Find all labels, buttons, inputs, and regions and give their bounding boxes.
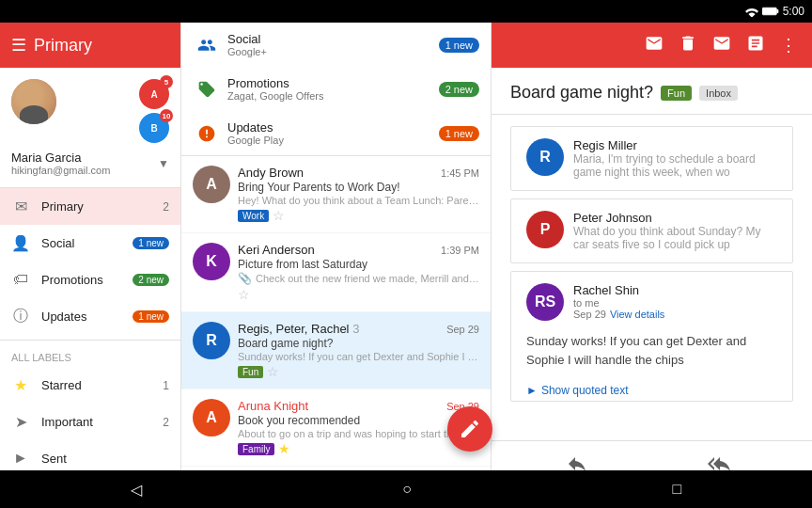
message-card-1: R Regis Miller Maria, I'm trying to sche…	[510, 126, 793, 191]
time-display: 5:00	[783, 5, 804, 18]
promotions-tab-icon	[195, 78, 218, 101]
sidebar-toolbar: ☰ Primary	[0, 23, 180, 68]
small-avatar-1[interactable]: A 5	[139, 79, 169, 109]
user-email: hikingfan@gmail.com	[11, 165, 110, 176]
message-body-3: Sunday works! If you can get Dexter and …	[511, 332, 792, 380]
hamburger-icon[interactable]: ☰	[11, 35, 26, 56]
people-icon: 👤	[11, 234, 30, 252]
user-info: Maria Garcia hikingfan@gmail.com ▼	[11, 151, 169, 176]
msg-avatar-1: R	[526, 138, 564, 176]
email-avatar-4: A	[193, 399, 230, 437]
sidebar-item-important[interactable]: ➤ Important 2	[0, 404, 180, 440]
sidebar: ☰ Primary A 5 B 10	[0, 23, 181, 508]
detail-header: Board game night? Fun Inbox	[492, 68, 812, 115]
category-tabs: Social Google+ 1 new Promotions Zagat, G…	[181, 23, 491, 156]
more-icon[interactable]: ⋮	[776, 31, 801, 59]
star-toggle-3[interactable]: ☆	[267, 364, 279, 379]
msg-date-3: Sep 29	[573, 309, 606, 320]
send-icon: ►	[11, 450, 30, 467]
msg-avatar-2: P	[526, 211, 564, 248]
sidebar-item-starred[interactable]: ★ Starred 1	[0, 367, 180, 404]
fun-tag: Fun	[238, 366, 263, 378]
email-item-1[interactable]: A Andy Brown 1:45 PM Bring Your Parents …	[181, 156, 491, 233]
detail-toolbar: ⋮	[492, 23, 812, 68]
msg-avatar-3: RS	[526, 283, 564, 321]
social-tab-icon	[195, 34, 218, 56]
account-dropdown-icon[interactable]: ▼	[158, 157, 169, 170]
msg-sender-info-2: Peter Johnson What do you think about Su…	[573, 211, 777, 251]
small-avatars: A 5 B 10	[139, 79, 169, 143]
show-quoted-btn[interactable]: ► Show quoted text	[511, 380, 792, 401]
social-tab-info: Social Google+	[227, 32, 429, 57]
detail-body: R Regis Miller Maria, I'm trying to sche…	[492, 115, 812, 440]
photo-icon[interactable]	[742, 30, 769, 61]
star-toggle-2[interactable]: ☆	[238, 287, 250, 302]
email-avatar-3: R	[193, 322, 230, 359]
detail-subject: Board game night?	[510, 83, 653, 103]
updates-tab-icon	[195, 122, 218, 145]
app-title: Primary	[34, 36, 169, 56]
updates-badge: 1 new	[439, 126, 479, 141]
message-card-3: RS Rachel Shin to me Sep 29 View details…	[510, 271, 793, 402]
sidebar-item-promotions[interactable]: 🏷 Promotions 2 new	[0, 262, 180, 297]
promotions-tab-info: Promotions Zagat, Google Offers	[227, 76, 429, 102]
inbox-label: Inbox	[699, 86, 738, 101]
home-button[interactable]: ○	[402, 481, 412, 498]
message-header-2[interactable]: P Peter Johnson What do you think about …	[511, 199, 792, 262]
recent-button[interactable]: □	[673, 481, 682, 498]
svg-rect-1	[762, 8, 775, 14]
bookmark-icon: ➤	[11, 413, 30, 431]
triangle-icon: ►	[526, 384, 538, 397]
svg-rect-2	[776, 9, 778, 13]
msg-sender-info-3: Rachel Shin to me Sep 29 View details	[573, 283, 777, 320]
all-labels-label: All labels	[0, 344, 180, 367]
view-details-link[interactable]: View details	[610, 309, 665, 320]
email-item-3[interactable]: R Regis, Peter, Rachel 3 Sep 29 Board ga…	[181, 312, 491, 389]
category-tab-updates[interactable]: Updates Google Play 1 new	[181, 111, 491, 155]
nav-section: ✉ Primary 2 👤 Social 1 new 🏷 Promotions …	[0, 188, 180, 508]
message-header-1[interactable]: R Regis Miller Maria, I'm trying to sche…	[511, 127, 792, 190]
compose-icon[interactable]	[641, 30, 667, 61]
email-list-panel: Social Google+ 1 new Promotions Zagat, G…	[181, 23, 492, 508]
attachment-icon-2: 📎	[238, 272, 252, 285]
compose-fab[interactable]	[447, 406, 492, 452]
email-avatar-1: A	[193, 166, 230, 203]
small-avatar-2[interactable]: B 10	[139, 113, 169, 143]
email-content-3: Regis, Peter, Rachel 3 Sep 29 Board game…	[238, 322, 479, 379]
category-tab-social[interactable]: Social Google+ 1 new	[181, 23, 491, 67]
star-toggle-4[interactable]: ★	[278, 441, 290, 456]
mail-icon[interactable]	[709, 30, 735, 61]
sidebar-item-social[interactable]: 👤 Social 1 new	[0, 225, 180, 262]
label-icon: 🏷	[11, 271, 30, 288]
detail-panel: ⋮ Board game night? Fun Inbox R Regis Mi…	[492, 23, 812, 508]
user-profile: A 5 B 10 Maria Garcia hikingfan@gmail.co…	[0, 68, 180, 188]
email-content-2: Keri Anderson 1:39 PM Picture from last …	[238, 243, 479, 302]
battery-icon	[762, 6, 779, 17]
bottom-nav: ◁ ○ □	[0, 470, 812, 508]
email-content-4: Aruna Knight Sep 29 Book you recommended…	[238, 399, 479, 456]
user-name: Maria Garcia	[11, 151, 110, 165]
message-card-2: P Peter Johnson What do you think about …	[510, 198, 793, 263]
trash-icon[interactable]	[675, 30, 701, 61]
status-bar: 5:00	[0, 0, 812, 23]
work-tag: Work	[238, 210, 269, 222]
star-toggle-1[interactable]: ☆	[273, 208, 285, 223]
main-avatar[interactable]	[11, 79, 56, 124]
sidebar-item-primary[interactable]: ✉ Primary 2	[0, 188, 180, 225]
promotions-badge: 2 new	[439, 82, 479, 97]
divider-1	[0, 340, 180, 341]
email-content-1: Andy Brown 1:45 PM Bring Your Parents to…	[238, 166, 479, 223]
email-item-4[interactable]: A Aruna Knight Sep 29 Book you recommend…	[181, 389, 491, 467]
info-icon: ⓘ	[11, 307, 30, 326]
message-header-3[interactable]: RS Rachel Shin to me Sep 29 View details	[511, 272, 792, 332]
sidebar-item-updates[interactable]: ⓘ Updates 1 new	[0, 297, 180, 336]
msg-to-3: to me	[573, 297, 777, 309]
back-button[interactable]: ◁	[131, 481, 142, 499]
fun-label: Fun	[661, 86, 692, 101]
category-tab-promotions[interactable]: Promotions Zagat, Google Offers 2 new	[181, 67, 491, 111]
star-icon: ★	[11, 376, 30, 394]
status-icons: 5:00	[745, 5, 804, 18]
updates-tab-info: Updates Google Play	[227, 120, 429, 146]
msg-sender-info-1: Regis Miller Maria, I'm trying to schedu…	[573, 138, 777, 179]
email-item-2[interactable]: K Keri Anderson 1:39 PM Picture from las…	[181, 233, 491, 312]
